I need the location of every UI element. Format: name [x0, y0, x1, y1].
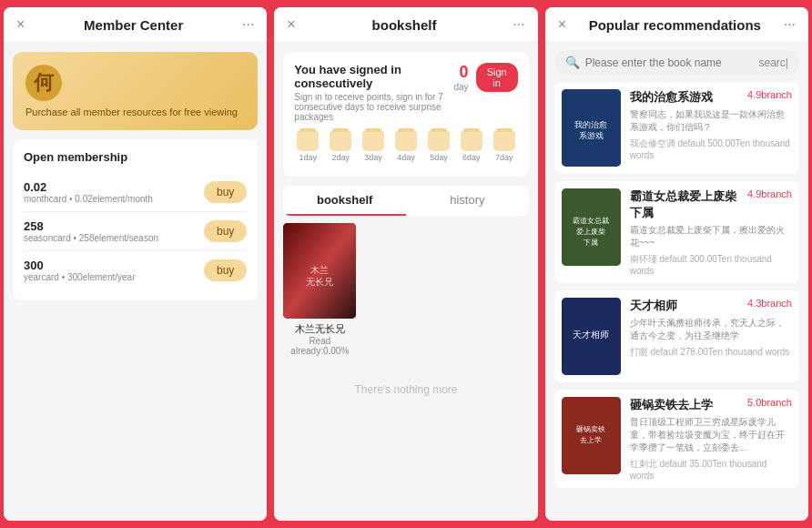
book-meta-3: 红刺北 default 35.00Ten thousand words — [630, 458, 792, 481]
svg-text:下属: 下属 — [584, 239, 598, 247]
sign-in-title: You have signed in consecutively — [294, 63, 453, 90]
book-list: 我的治愈 系游戏 我的治愈系游戏 4.9branch 警察同志，如果我说这是一款… — [545, 82, 808, 488]
search-input[interactable] — [585, 56, 759, 69]
membership-desc-2: yearcard • 300element/year — [24, 272, 204, 282]
buy-button-0[interactable]: buy — [204, 181, 247, 203]
list-item[interactable]: 天才相师 天才相师 4.3branch 少年叶天佩携祖师传承，究天人之际，通古今… — [554, 290, 799, 382]
buy-button-2[interactable]: buy — [204, 259, 247, 281]
search-bar[interactable]: 🔍 searc| — [554, 50, 799, 75]
membership-desc-0: monthcard • 0.02element/month — [24, 194, 204, 204]
membership-desc-1: seasoncard • 258element/season — [24, 233, 204, 243]
book-progress-0: Read already:0.00% — [283, 336, 356, 356]
book-cover-rec-3: 砸锅卖铁 去上学 — [562, 397, 621, 474]
day-icon-1: 1day — [294, 131, 321, 162]
recommendations-title: Popular recommendations — [589, 17, 761, 33]
book-title-row-0: 我的治愈系游戏 4.9branch — [630, 89, 792, 106]
book-info-rec-0: 我的治愈系游戏 4.9branch 警察同志，如果我说这是一款休闲治愈系游戏，你… — [630, 89, 792, 167]
bookshelf-close-icon[interactable]: × — [287, 16, 295, 33]
avatar: 何 — [25, 65, 62, 101]
book-desc-0: 警察同志，如果我说这是一款休闲治愈系游戏，你们信吗？ — [630, 108, 792, 134]
book-info-rec-3: 砸锅卖铁去上学 5.0branch 普日顶级工程师卫三穷成星际废学儿童，带着捡垃… — [630, 397, 792, 481]
book-title-row-1: 霸道女总裁爱上废柴下属 4.9branch — [630, 188, 792, 221]
day-icon-3: 3day — [360, 131, 387, 162]
member-banner: 何 Purchase all member resources for free… — [13, 52, 258, 130]
svg-text:天才相师: 天才相师 — [573, 330, 609, 340]
book-info-rec-1: 霸道女总裁爱上废柴下属 4.9branch 霸道女总裁爱上废柴下属，擦出爱的火花… — [630, 188, 792, 276]
day-label-7: 7day — [495, 153, 513, 162]
membership-item-0: 0.02 monthcard • 0.02element/month buy — [24, 173, 247, 212]
membership-info-0: 0.02 monthcard • 0.02element/month — [24, 180, 204, 204]
member-center-panel: × Member Center ··· 何 Purchase all membe… — [4, 7, 267, 521]
day-icon-5: 5day — [425, 131, 452, 162]
list-item[interactable]: 我的治愈 系游戏 我的治愈系游戏 4.9branch 警察同志，如果我说这是一款… — [554, 82, 799, 174]
book-list-title-2: 天才相师 — [630, 298, 677, 314]
book-meta-1: 南怀瑾 default 300.00Ten thousand words — [630, 253, 792, 276]
day-icon-7: 7day — [491, 131, 518, 162]
buy-button-1[interactable]: buy — [204, 220, 247, 242]
membership-item-2: 300 yearcard • 300element/year buy — [24, 251, 247, 289]
day-icon-6: 6day — [458, 131, 485, 162]
days-number: 0 — [460, 63, 469, 82]
sign-in-top: You have signed in consecutively Sign in… — [294, 63, 517, 122]
list-item[interactable]: 木兰 无长兄 木兰无长兄 Read already:0.00% — [283, 223, 356, 356]
search-button[interactable]: searc| — [759, 56, 788, 69]
day-icon-4: 4day — [392, 131, 420, 162]
book-rating-0: 4.9branch — [747, 89, 792, 100]
day-label-3: 3day — [364, 153, 382, 162]
membership-section: Open membership 0.02 monthcard • 0.02ele… — [13, 139, 258, 300]
book-cover-rec-0: 我的治愈 系游戏 — [562, 89, 621, 167]
book-cover-0: 木兰 无长兄 — [283, 223, 356, 319]
list-item[interactable]: 霸道女总裁 爱上废柴 下属 霸道女总裁爱上废柴下属 4.9branch 霸道女总… — [554, 181, 799, 283]
membership-info-1: 258 seasoncard • 258element/season — [24, 219, 204, 243]
book-cover-rec-2: 天才相师 — [562, 298, 621, 375]
day-cup-4 — [395, 131, 417, 151]
book-desc-3: 普日顶级工程师卫三穷成星际废学儿童，带着捡垃圾变魔为宝，终于赶在开学季攒了一笔钱… — [630, 416, 792, 454]
svg-text:霸道女总裁: 霸道女总裁 — [573, 217, 609, 225]
sign-in-subtext: Sign in to receive points, sign in for 7… — [294, 92, 453, 122]
membership-price-0: 0.02 — [24, 180, 204, 194]
book-rating-1: 4.9branch — [747, 188, 792, 199]
recommendations-close-icon[interactable]: × — [558, 16, 566, 33]
membership-info-2: 300 yearcard • 300element/year — [24, 259, 204, 282]
member-tagline: Purchase all member resources for free v… — [25, 107, 245, 117]
svg-text:砸锅卖铁: 砸锅卖铁 — [576, 425, 605, 433]
svg-text:爱上废柴: 爱上废柴 — [576, 228, 605, 236]
bookshelf-more-icon[interactable]: ··· — [513, 16, 524, 33]
days-label: day — [454, 82, 469, 92]
day-cup-6 — [461, 131, 482, 151]
membership-price-1: 258 — [24, 219, 204, 233]
book-title-0: 木兰无长兄 — [283, 322, 356, 336]
day-label-5: 5day — [430, 153, 448, 162]
book-grid: 木兰 无长兄 木兰无长兄 Read already:0.00% — [274, 223, 537, 356]
search-icon: 🔍 — [565, 56, 580, 69]
svg-text:我的治愈: 我的治愈 — [574, 120, 607, 129]
list-item[interactable]: 砸锅卖铁 去上学 砸锅卖铁去上学 5.0branch 普日顶级工程师卫三穷成星际… — [554, 390, 799, 488]
recommendations-panel: × Popular recommendations ··· 🔍 searc| 我… — [545, 7, 808, 521]
close-icon[interactable]: × — [16, 16, 25, 33]
sign-in-button[interactable]: Sign in — [476, 63, 518, 92]
membership-item-1: 258 seasoncard • 258element/season buy — [24, 212, 247, 251]
tab-history[interactable]: history — [406, 186, 529, 216]
recommendations-body: 🔍 searc| 我的治愈 系游戏 我的治愈系游戏 4.9branch — [545, 43, 808, 521]
more-icon[interactable]: ··· — [242, 16, 254, 33]
book-list-title-1: 霸道女总裁爱上废柴下属 — [630, 188, 744, 221]
day-cup-2 — [330, 131, 351, 151]
book-info-rec-2: 天才相师 4.3branch 少年叶天佩携祖师传承，究天人之际，通古今之变，为往… — [630, 298, 792, 375]
recommendations-more-icon[interactable]: ··· — [784, 16, 796, 33]
sign-in-text-block: You have signed in consecutively Sign in… — [294, 63, 453, 122]
bookshelf-title: bookshelf — [372, 17, 437, 33]
sign-in-days-count: 0 day — [454, 63, 469, 92]
book-list-title-0: 我的治愈系游戏 — [630, 89, 713, 106]
day-cup-7 — [493, 131, 515, 151]
bookshelf-tabs: bookshelf history — [283, 186, 528, 216]
member-center-body: 何 Purchase all member resources for free… — [4, 43, 267, 521]
bookshelf-header: × bookshelf ··· — [274, 7, 537, 43]
day-cup-5 — [428, 131, 450, 151]
tab-bookshelf[interactable]: bookshelf — [283, 186, 406, 216]
sign-in-days-row: 0 day Sign in — [454, 63, 518, 92]
membership-title: Open membership — [24, 150, 247, 164]
book-rating-2: 4.3branch — [747, 298, 792, 309]
sign-in-banner: You have signed in consecutively Sign in… — [283, 52, 528, 177]
member-center-header: × Member Center ··· — [4, 7, 267, 43]
day-label-1: 1day — [299, 153, 318, 162]
